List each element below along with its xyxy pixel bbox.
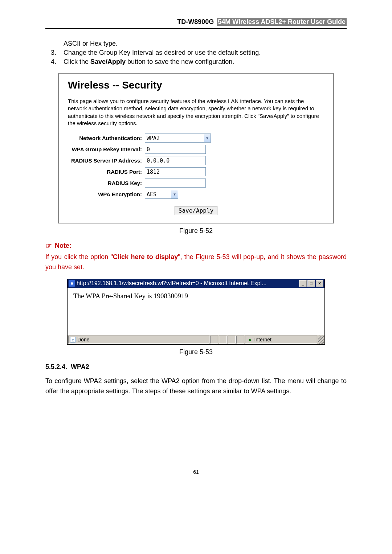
step-3: 3. Change the Group Key Interval as desi… — [51, 49, 347, 57]
step-4: 4. Click the Save/Apply button to save t… — [51, 58, 347, 66]
note-heading: ☞ Note: — [45, 241, 347, 250]
ie-titlebar: e http://192.168.1.1/wlsecrefresh.wl?wlR… — [68, 279, 324, 288]
note-label: Note: — [55, 242, 72, 250]
label-rekey-interval: WPA Group Rekey Interval: — [68, 146, 145, 152]
select-wpa-encryption-value: AES — [147, 191, 156, 198]
wireless-security-panel: Wireless -- Security This page allows yo… — [58, 73, 334, 223]
hand-pointing-icon: ☞ — [45, 241, 52, 250]
ie-status-done: e Done — [68, 336, 209, 344]
step-3-text: Change the Group Key Interval as desired… — [64, 49, 261, 57]
wpa2-paragraph: To configure WPA2 settings, select the W… — [45, 376, 347, 397]
ie-app-icon: e — [69, 280, 75, 287]
internet-zone-icon: ● — [247, 337, 253, 342]
label-wpa-encryption: WPA Encryption: — [68, 191, 145, 197]
note-body: If you click the option "Click here to d… — [45, 252, 347, 272]
step-4-text: Click the Save/Apply button to save the … — [64, 58, 234, 66]
select-wpa-encryption[interactable]: AES ▼ — [145, 190, 178, 199]
status-cell — [228, 336, 236, 344]
input-rekey-interval[interactable] — [145, 145, 206, 154]
intro-text: ASCII or Hex type. — [64, 40, 347, 48]
ie-status-bar: e Done ● Internet — [68, 335, 324, 344]
header-model: TD-W8900G — [177, 18, 214, 25]
input-radius-key[interactable] — [145, 178, 206, 188]
select-network-auth[interactable]: WPA2 ▼ — [145, 134, 211, 143]
ie-status-zone: ● Internet — [245, 336, 317, 344]
input-radius-port[interactable] — [145, 167, 206, 176]
ie-popup-window: e http://192.168.1.1/wlsecrefresh.wl?wlR… — [67, 279, 325, 345]
select-network-auth-value: WPA2 — [147, 135, 160, 141]
chevron-down-icon: ▼ — [204, 134, 211, 142]
label-network-auth: Network Authentication: — [68, 135, 145, 141]
input-radius-ip[interactable] — [145, 156, 206, 165]
header-title: 54M Wireless ADSL2+ Router User Guide — [217, 18, 347, 26]
save-apply-button[interactable]: Save/Apply — [175, 206, 217, 215]
step-4-number: 4. — [51, 58, 64, 66]
resize-grip-icon[interactable] — [318, 336, 324, 344]
status-cell — [236, 336, 244, 344]
maximize-button[interactable]: □ — [307, 280, 315, 287]
figure-caption-52: Figure 5-52 — [45, 227, 347, 235]
panel-title: Wireless -- Security — [68, 79, 324, 91]
label-radius-key: RADIUS Key: — [68, 180, 145, 186]
label-radius-port: RADIUS Port: — [68, 169, 145, 175]
ie-window-title: http://192.168.1.1/wlsecrefresh.wl?wlRef… — [77, 280, 298, 287]
ie-content: The WPA Pre-Shared Key is 1908300919 — [68, 288, 324, 335]
close-button[interactable]: × — [316, 280, 323, 287]
label-radius-ip: RADIUS Server IP Address: — [68, 157, 145, 164]
chevron-down-icon: ▼ — [171, 190, 178, 198]
step-3-number: 3. — [51, 49, 64, 57]
panel-description: This page allows you to configure securi… — [68, 98, 324, 127]
page-number: 61 — [45, 469, 347, 475]
section-heading: 5.5.2.4. WPA2 — [45, 363, 347, 371]
status-cell — [210, 336, 218, 344]
figure-caption-53: Figure 5-53 — [45, 348, 347, 356]
status-cell — [219, 336, 227, 344]
page-header: TD-W8900G 54M Wireless ADSL2+ Router Use… — [45, 18, 347, 29]
ie-status-cells — [210, 336, 244, 344]
minimize-button[interactable]: _ — [299, 280, 307, 287]
page-done-icon: e — [70, 337, 76, 342]
